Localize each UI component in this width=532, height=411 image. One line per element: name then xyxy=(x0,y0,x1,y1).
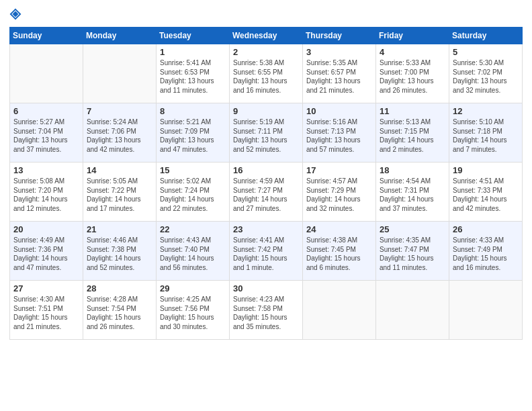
day-info: Sunrise: 5:08 AM Sunset: 7:20 PM Dayligh… xyxy=(13,177,79,213)
day-cell: 4Sunrise: 5:33 AM Sunset: 7:00 PM Daylig… xyxy=(376,44,449,103)
day-cell: 15Sunrise: 5:02 AM Sunset: 7:24 PM Dayli… xyxy=(157,163,230,222)
day-info: Sunrise: 5:13 AM Sunset: 7:15 PM Dayligh… xyxy=(380,118,445,154)
week-row-1: 1Sunrise: 5:41 AM Sunset: 6:53 PM Daylig… xyxy=(10,44,523,103)
day-info: Sunrise: 5:38 AM Sunset: 6:55 PM Dayligh… xyxy=(233,58,299,95)
col-header-friday: Friday xyxy=(376,28,449,44)
day-cell: 25Sunrise: 4:35 AM Sunset: 7:47 PM Dayli… xyxy=(376,222,449,281)
day-cell xyxy=(376,281,449,340)
day-number: 27 xyxy=(13,283,79,293)
day-info: Sunrise: 4:35 AM Sunset: 7:47 PM Dayligh… xyxy=(380,236,445,272)
day-cell: 1Sunrise: 5:41 AM Sunset: 6:53 PM Daylig… xyxy=(157,44,230,103)
day-cell: 14Sunrise: 5:05 AM Sunset: 7:22 PM Dayli… xyxy=(83,163,157,222)
day-cell: 10Sunrise: 5:16 AM Sunset: 7:13 PM Dayli… xyxy=(303,103,376,163)
week-row-3: 13Sunrise: 5:08 AM Sunset: 7:20 PM Dayli… xyxy=(10,163,523,222)
day-number: 8 xyxy=(160,106,226,116)
day-cell: 6Sunrise: 5:27 AM Sunset: 7:04 PM Daylig… xyxy=(10,103,83,163)
day-info: Sunrise: 4:41 AM Sunset: 7:42 PM Dayligh… xyxy=(233,236,299,272)
col-header-sunday: Sunday xyxy=(10,28,83,44)
header xyxy=(9,8,523,20)
calendar-table: SundayMondayTuesdayWednesdayThursdayFrid… xyxy=(9,27,523,340)
day-cell: 12Sunrise: 5:10 AM Sunset: 7:18 PM Dayli… xyxy=(449,103,523,163)
day-number: 14 xyxy=(87,165,152,175)
day-cell: 16Sunrise: 4:59 AM Sunset: 7:27 PM Dayli… xyxy=(230,163,303,222)
logo xyxy=(9,8,23,20)
day-number: 20 xyxy=(13,224,79,234)
day-number: 10 xyxy=(306,106,372,116)
day-number: 16 xyxy=(233,165,299,175)
day-info: Sunrise: 5:16 AM Sunset: 7:13 PM Dayligh… xyxy=(306,118,372,154)
col-header-thursday: Thursday xyxy=(303,28,376,44)
day-info: Sunrise: 5:10 AM Sunset: 7:18 PM Dayligh… xyxy=(453,118,519,154)
day-cell: 11Sunrise: 5:13 AM Sunset: 7:15 PM Dayli… xyxy=(376,103,449,163)
day-cell: 9Sunrise: 5:19 AM Sunset: 7:11 PM Daylig… xyxy=(230,103,303,163)
day-info: Sunrise: 4:30 AM Sunset: 7:51 PM Dayligh… xyxy=(13,295,79,331)
day-info: Sunrise: 4:46 AM Sunset: 7:38 PM Dayligh… xyxy=(87,236,152,272)
day-cell: 27Sunrise: 4:30 AM Sunset: 7:51 PM Dayli… xyxy=(10,281,83,340)
day-info: Sunrise: 5:30 AM Sunset: 7:02 PM Dayligh… xyxy=(453,58,519,95)
day-info: Sunrise: 4:54 AM Sunset: 7:31 PM Dayligh… xyxy=(380,177,445,213)
day-number: 13 xyxy=(13,165,79,175)
day-number: 22 xyxy=(160,224,226,234)
day-info: Sunrise: 5:19 AM Sunset: 7:11 PM Dayligh… xyxy=(233,118,299,154)
day-cell: 13Sunrise: 5:08 AM Sunset: 7:20 PM Dayli… xyxy=(10,163,83,222)
col-header-tuesday: Tuesday xyxy=(157,28,230,44)
day-number: 11 xyxy=(380,106,445,116)
day-info: Sunrise: 4:43 AM Sunset: 7:40 PM Dayligh… xyxy=(160,236,226,272)
day-cell: 20Sunrise: 4:49 AM Sunset: 7:36 PM Dayli… xyxy=(10,222,83,281)
day-cell: 21Sunrise: 4:46 AM Sunset: 7:38 PM Dayli… xyxy=(83,222,157,281)
day-number: 17 xyxy=(306,165,372,175)
day-number: 5 xyxy=(453,47,519,57)
day-info: Sunrise: 4:57 AM Sunset: 7:29 PM Dayligh… xyxy=(306,177,372,213)
day-cell xyxy=(83,44,157,103)
day-number: 28 xyxy=(87,283,152,293)
day-info: Sunrise: 4:51 AM Sunset: 7:33 PM Dayligh… xyxy=(453,177,519,213)
day-info: Sunrise: 4:25 AM Sunset: 7:56 PM Dayligh… xyxy=(160,295,226,331)
day-info: Sunrise: 4:23 AM Sunset: 7:58 PM Dayligh… xyxy=(233,295,299,331)
day-cell: 24Sunrise: 4:38 AM Sunset: 7:45 PM Dayli… xyxy=(303,222,376,281)
day-cell: 5Sunrise: 5:30 AM Sunset: 7:02 PM Daylig… xyxy=(449,44,523,103)
day-number: 7 xyxy=(87,106,152,116)
day-cell: 19Sunrise: 4:51 AM Sunset: 7:33 PM Dayli… xyxy=(449,163,523,222)
day-info: Sunrise: 5:24 AM Sunset: 7:06 PM Dayligh… xyxy=(87,118,152,154)
day-cell: 22Sunrise: 4:43 AM Sunset: 7:40 PM Dayli… xyxy=(157,222,230,281)
day-info: Sunrise: 5:05 AM Sunset: 7:22 PM Dayligh… xyxy=(87,177,152,213)
col-header-wednesday: Wednesday xyxy=(230,28,303,44)
col-header-saturday: Saturday xyxy=(449,28,523,44)
week-row-5: 27Sunrise: 4:30 AM Sunset: 7:51 PM Dayli… xyxy=(10,281,523,340)
day-cell: 8Sunrise: 5:21 AM Sunset: 7:09 PM Daylig… xyxy=(157,103,230,163)
logo-icon xyxy=(9,8,21,20)
day-number: 18 xyxy=(380,165,445,175)
day-cell: 7Sunrise: 5:24 AM Sunset: 7:06 PM Daylig… xyxy=(83,103,157,163)
day-cell: 17Sunrise: 4:57 AM Sunset: 7:29 PM Dayli… xyxy=(303,163,376,222)
day-number: 1 xyxy=(160,47,226,57)
day-cell: 18Sunrise: 4:54 AM Sunset: 7:31 PM Dayli… xyxy=(376,163,449,222)
day-cell: 26Sunrise: 4:33 AM Sunset: 7:49 PM Dayli… xyxy=(449,222,523,281)
week-row-4: 20Sunrise: 4:49 AM Sunset: 7:36 PM Dayli… xyxy=(10,222,523,281)
day-info: Sunrise: 4:33 AM Sunset: 7:49 PM Dayligh… xyxy=(453,236,519,272)
day-cell: 29Sunrise: 4:25 AM Sunset: 7:56 PM Dayli… xyxy=(157,281,230,340)
day-cell xyxy=(449,281,523,340)
day-number: 23 xyxy=(233,224,299,234)
day-number: 2 xyxy=(233,47,299,57)
day-info: Sunrise: 4:49 AM Sunset: 7:36 PM Dayligh… xyxy=(13,236,79,272)
day-number: 9 xyxy=(233,106,299,116)
day-info: Sunrise: 4:59 AM Sunset: 7:27 PM Dayligh… xyxy=(233,177,299,213)
day-number: 3 xyxy=(306,47,372,57)
day-number: 29 xyxy=(160,283,226,293)
day-cell: 30Sunrise: 4:23 AM Sunset: 7:58 PM Dayli… xyxy=(230,281,303,340)
day-cell: 2Sunrise: 5:38 AM Sunset: 6:55 PM Daylig… xyxy=(230,44,303,103)
day-cell xyxy=(303,281,376,340)
day-info: Sunrise: 5:02 AM Sunset: 7:24 PM Dayligh… xyxy=(160,177,226,213)
day-number: 6 xyxy=(13,106,79,116)
day-info: Sunrise: 5:41 AM Sunset: 6:53 PM Dayligh… xyxy=(160,58,226,95)
day-cell: 28Sunrise: 4:28 AM Sunset: 7:54 PM Dayli… xyxy=(83,281,157,340)
day-number: 26 xyxy=(453,224,519,234)
day-info: Sunrise: 5:27 AM Sunset: 7:04 PM Dayligh… xyxy=(13,118,79,154)
header-row: SundayMondayTuesdayWednesdayThursdayFrid… xyxy=(10,28,523,44)
day-info: Sunrise: 5:35 AM Sunset: 6:57 PM Dayligh… xyxy=(306,58,372,95)
day-number: 24 xyxy=(306,224,372,234)
day-cell: 23Sunrise: 4:41 AM Sunset: 7:42 PM Dayli… xyxy=(230,222,303,281)
col-header-monday: Monday xyxy=(83,28,157,44)
day-info: Sunrise: 5:33 AM Sunset: 7:00 PM Dayligh… xyxy=(380,58,445,95)
day-number: 19 xyxy=(453,165,519,175)
